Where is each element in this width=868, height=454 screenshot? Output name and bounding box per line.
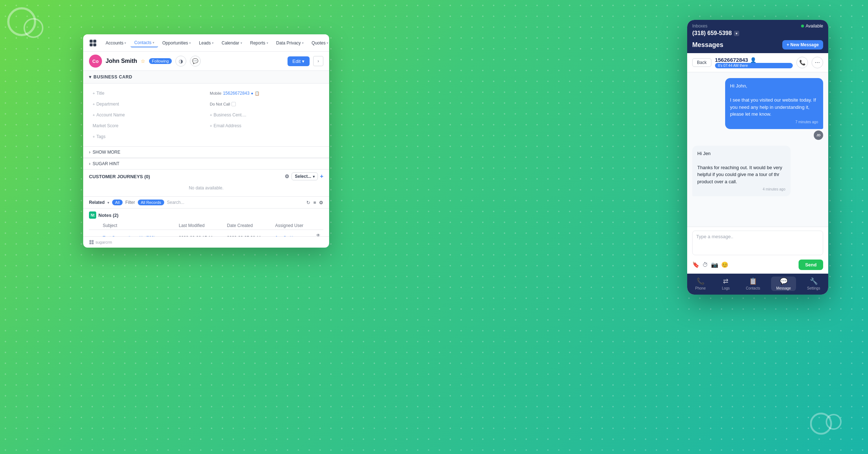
show-more-icon: › — [89, 150, 90, 155]
related-bar: Related ▾ All Filter All Records ↻ ≡ ⚙ — [83, 197, 329, 209]
field-business-center[interactable]: + Business Cent.... — [206, 110, 323, 120]
refresh-icon[interactable]: ↻ — [306, 200, 310, 205]
crm-body: ▾ BUSINESS CARD + Title Mobile 156266728… — [83, 71, 329, 236]
camera-icon[interactable]: 📷 — [711, 261, 718, 268]
chevron-data-privacy: ▾ — [302, 41, 304, 45]
bg-circle-bottom-right — [810, 409, 846, 440]
related-dropdown-icon[interactable]: ▾ — [107, 201, 109, 205]
field-account-name[interactable]: + Account Name — [89, 110, 206, 120]
nav-tab-phone[interactable]: 📞 Phone — [690, 277, 711, 291]
col-star — [89, 222, 100, 230]
msg-bottom-nav: 📞 Phone ⇄ Logs 📋 Contacts 💬 Message 🔧 Se… — [687, 274, 828, 295]
svg-rect-2 — [90, 43, 93, 46]
field-title[interactable]: + Title — [89, 88, 206, 99]
field-tags[interactable]: + Tags — [89, 131, 206, 142]
send-button[interactable]: Send — [799, 260, 823, 270]
business-card-section-header[interactable]: ▾ BUSINESS CARD — [83, 71, 329, 83]
back-button[interactable]: Back — [692, 58, 711, 67]
following-badge[interactable]: Following — [149, 58, 171, 64]
notes-badge: Nt — [89, 211, 96, 219]
svg-point-9 — [826, 415, 841, 429]
logs-nav-label: Logs — [722, 286, 730, 290]
inbound-bubble: Hi JenThanks for reaching out. It would … — [692, 146, 791, 197]
chevron-calendar: ▾ — [241, 41, 242, 45]
svg-rect-3 — [93, 43, 96, 46]
field-department[interactable]: + Department — [89, 99, 206, 110]
header-phone-number: (318) 659-5398 — [692, 30, 732, 37]
inbound-message-container: Hi JenThanks for reaching out. It would … — [692, 146, 823, 197]
svg-rect-6 — [89, 243, 91, 244]
do-not-call-checkbox[interactable] — [231, 102, 236, 106]
logs-nav-icon: ⇄ — [723, 277, 728, 285]
settings-nav-label: Settings — [807, 286, 820, 290]
nav-tab-contacts[interactable]: 📋 Contacts — [741, 277, 765, 291]
phone-dropdown-btn[interactable]: ▾ — [734, 31, 739, 36]
notes-header: Nt Notes (2) — [89, 211, 323, 219]
nav-accounts[interactable]: Accounts ▾ — [102, 39, 130, 47]
show-more-row[interactable]: › SHOW MORE — [83, 146, 329, 158]
nav-tab-logs[interactable]: ⇄ Logs — [717, 277, 735, 291]
nav-tab-settings[interactable]: 🔧 Settings — [802, 277, 825, 291]
contact-number: 15626672843 👤 — [715, 57, 793, 63]
search-input[interactable] — [167, 200, 304, 205]
call-button[interactable]: 📞 — [796, 57, 808, 68]
message-input[interactable] — [692, 231, 823, 255]
sugar-hint-row[interactable]: › SUGAR HINT — [83, 158, 329, 170]
nav-contacts[interactable]: Contacts ▾ — [131, 39, 158, 47]
chevron-quotes: ▾ — [327, 41, 328, 45]
nav-data-privacy[interactable]: Data Privacy ▾ — [273, 39, 307, 47]
cj-select-chevron: ▾ — [313, 175, 315, 179]
new-message-button[interactable]: + New Message — [782, 40, 823, 50]
outbound-bubble: Hi John,I see that you visited our websi… — [725, 78, 824, 129]
nav-opportunities[interactable]: Opportunities ▾ — [159, 39, 195, 47]
col-assigned-user: Assigned User — [272, 222, 313, 230]
nav-reports[interactable]: Reports ▾ — [247, 39, 272, 47]
cj-select[interactable]: Select... ▾ — [292, 172, 318, 180]
outbound-time: 7 minutes ago — [730, 119, 818, 125]
messages-area: Hi John,I see that you visited our websi… — [687, 72, 828, 227]
clock-icon[interactable]: ⏱ — [702, 262, 708, 268]
chevron-opportunities: ▾ — [189, 41, 191, 45]
field-email-address[interactable]: + Email Address — [206, 120, 323, 131]
settings-nav-icon: 🔧 — [810, 277, 818, 285]
sender-avatar: JD — [814, 130, 823, 140]
settings-icon[interactable]: ⚙ — [319, 200, 323, 205]
all-records-badge[interactable]: All Records — [138, 200, 164, 205]
more-options-btn[interactable]: › — [313, 56, 323, 66]
available-dot — [801, 25, 804, 27]
svg-rect-1 — [93, 39, 96, 42]
star-icon[interactable]: ☆ — [141, 58, 145, 64]
message-nav-label: Message — [776, 286, 791, 290]
emoji-button[interactable]: 😊 — [721, 261, 728, 268]
bg-circle-top-left-outer — [7, 7, 36, 36]
related-label: Related — [89, 200, 105, 205]
edit-button[interactable]: Edit ▾ — [288, 56, 310, 66]
all-badge[interactable]: All — [112, 200, 122, 205]
available-badge: Available — [801, 23, 823, 29]
chat-icon-btn[interactable]: 💬 — [190, 56, 201, 67]
nav-tab-message[interactable]: 💬 Message — [771, 277, 796, 291]
nav-calendar[interactable]: Calendar ▾ — [218, 39, 246, 47]
cj-no-data: No data available. — [89, 183, 323, 193]
inbound-message-text: Hi JenThanks for reaching out. It would … — [697, 150, 786, 185]
list-view-icon[interactable]: ≡ — [313, 200, 316, 205]
bookmark-icon[interactable]: 🔖 — [692, 261, 699, 268]
notes-section: Nt Notes (2) Subject Last Modified Date … — [83, 209, 329, 236]
contact-info: 15626672843 👤 It's 07:44 AM there — [715, 57, 793, 68]
chevron-reports: ▾ — [267, 41, 268, 45]
notes-table: Subject Last Modified Date Created Assig… — [89, 222, 323, 236]
row1-eye[interactable]: 👁 — [316, 233, 320, 236]
messaging-panel: Inboxes Available (318) 659-5398 ▾ Messa… — [687, 20, 828, 295]
nav-quotes[interactable]: Quotes ▾ — [308, 39, 329, 47]
section-collapse-icon: ▾ — [89, 74, 92, 80]
cj-settings-icon[interactable]: ⚙ — [285, 174, 289, 179]
more-button[interactable]: ⋯ — [812, 57, 823, 68]
contacts-nav-icon: 📋 — [749, 277, 757, 285]
contact-subheader: Co John Smith ☆ Following ◑ 💬 Edit ▾ › — [83, 52, 329, 71]
cj-add-btn[interactable]: + — [320, 173, 323, 180]
outbound-message-text: Hi John,I see that you visited our websi… — [730, 82, 818, 118]
nav-leads[interactable]: Leads ▾ — [195, 39, 217, 47]
svg-rect-0 — [90, 39, 93, 42]
msg-top-row1: Inboxes Available — [692, 23, 823, 29]
theme-toggle-btn[interactable]: ◑ — [175, 56, 186, 67]
